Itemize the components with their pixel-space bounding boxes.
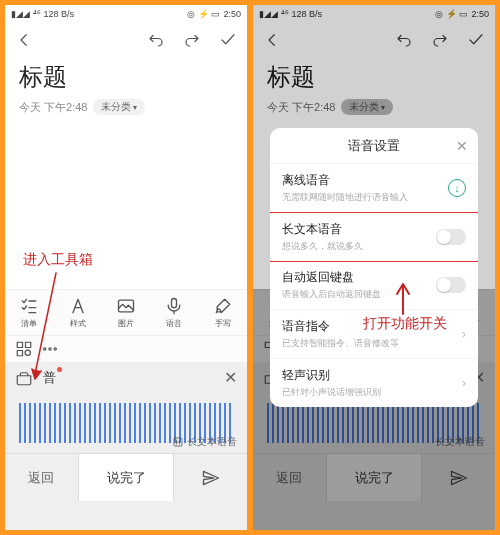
annotation-arrow-right — [393, 280, 413, 316]
svg-rect-2 — [172, 299, 177, 308]
tool-handwrite[interactable]: 手写 — [213, 296, 233, 329]
row-offline-voice[interactable]: 离线语音无需联网随时随地进行语音输入 ↓ — [270, 164, 478, 213]
check-icon[interactable] — [219, 31, 237, 49]
download-icon[interactable]: ↓ — [448, 179, 466, 197]
toggle-longform[interactable] — [436, 229, 466, 245]
chevron-right-icon: › — [462, 327, 466, 341]
chevron-right-icon: › — [462, 376, 466, 390]
meta-time: 今天 下午2:48 — [19, 100, 87, 115]
tool-voice[interactable]: 语音 — [164, 296, 184, 329]
modal-overlay[interactable]: 语音设置 ✕ 离线语音无需联网随时随地进行语音输入 ↓ 长文本语音想说多久，就说… — [253, 5, 495, 530]
ime-panel: 普 ✕ 长文本语音 返回 说完了 — [5, 362, 247, 530]
svg-rect-5 — [17, 351, 22, 356]
note-title[interactable]: 标题 — [5, 57, 247, 99]
voice-settings-modal: 语音设置 ✕ 离线语音无需联网随时随地进行语音输入 ↓ 长文本语音想说多久，就说… — [270, 128, 478, 407]
note-meta: 今天 下午2:48 未分类 ▾ — [5, 99, 247, 121]
tool-image[interactable]: 图片 — [116, 296, 136, 329]
svg-rect-4 — [26, 342, 31, 347]
note-body[interactable]: 进入工具箱 — [5, 121, 247, 289]
toggle-auto-return[interactable] — [436, 277, 466, 293]
ime-done[interactable]: 说完了 — [78, 453, 174, 501]
undo-icon[interactable] — [147, 31, 165, 49]
phone-right: ▮◢◢⁴⁶ 128 B/s◎ ⚡ ▭2:50 标题 今天 下午2:48未分类 ▾… — [253, 5, 495, 530]
modal-close-icon[interactable]: ✕ — [456, 138, 468, 154]
row-auto-return[interactable]: 自动返回键盘语音输入后自动返回键盘 — [270, 261, 478, 310]
ime-bottom-row: 返回 说完了 — [5, 453, 247, 501]
back-icon[interactable] — [15, 31, 33, 49]
redo-icon[interactable] — [183, 31, 201, 49]
ime-send-icon[interactable] — [173, 453, 247, 501]
phone-left: ▮◢◢⁴⁶ 128 B/s ◎ ⚡ ▭2:50 标题 今天 下午2:48 未分类… — [5, 5, 247, 530]
status-bar: ▮◢◢⁴⁶ 128 B/s ◎ ⚡ ▭2:50 — [5, 5, 247, 23]
ime-close-icon[interactable]: ✕ — [224, 368, 237, 387]
annotation-left: 进入工具箱 — [23, 251, 93, 269]
modal-header: 语音设置 ✕ — [270, 128, 478, 164]
ime-back[interactable]: 返回 — [5, 453, 78, 501]
app-topbar — [5, 23, 247, 57]
svg-point-6 — [25, 350, 30, 355]
category-chip[interactable]: 未分类 ▾ — [93, 99, 145, 115]
svg-line-0 — [35, 273, 56, 374]
ime-pu[interactable]: 普 — [43, 369, 56, 387]
svg-rect-3 — [17, 342, 22, 347]
annotation-right: 打开功能开关 — [363, 315, 447, 333]
tool-style[interactable]: 样式 — [68, 296, 88, 329]
row-whisper[interactable]: 轻声识别已针对小声说话增强识别 › — [270, 359, 478, 407]
row-longform-voice[interactable]: 长文本语音想说多久，就说多久 — [270, 212, 478, 262]
annotation-arrow-left — [31, 271, 61, 381]
voice-mode-tag[interactable]: 长文本语音 — [172, 435, 237, 449]
